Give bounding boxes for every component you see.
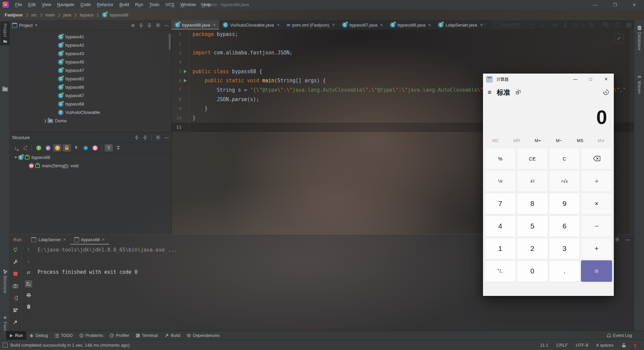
expand-all-icon[interactable]: [135, 135, 139, 140]
memory-button-ms[interactable]: MS: [570, 137, 591, 144]
key-zero[interactable]: 0: [517, 260, 548, 282]
tab-ldapserver-java[interactable]: CLdapServer.java✕: [435, 20, 486, 30]
exit-icon[interactable]: [12, 294, 19, 302]
history-icon[interactable]: [603, 89, 609, 95]
status-message-row[interactable]: Build completed successfully in 1 sec, 1…: [3, 343, 130, 348]
show-properties-icon[interactable]: p: [44, 144, 52, 151]
project-tree-item-bypass67[interactable]: Cbypass67: [9, 91, 171, 100]
key-divide[interactable]: ÷: [581, 170, 612, 192]
close-tab-icon[interactable]: ✕: [102, 237, 105, 242]
menu-item-edit[interactable]: Edit: [25, 0, 39, 9]
close-tab-icon[interactable]: ✕: [480, 23, 483, 27]
run-line-icon[interactable]: [184, 70, 187, 73]
project-tree-item-bypass66[interactable]: Cbypass66: [9, 83, 171, 91]
code-line-2[interactable]: 2: [171, 39, 634, 48]
tab-bypass68-java[interactable]: Cbypass68.java✕: [171, 20, 219, 30]
close-tab-icon[interactable]: ✕: [63, 237, 66, 242]
tab-pom-xml-fastjson[interactable]: mpom.xml (Fastjson)✕: [283, 20, 339, 30]
key-one[interactable]: 1: [485, 238, 516, 259]
key-five[interactable]: 5: [517, 215, 548, 237]
scroll-to-end-icon[interactable]: [25, 280, 32, 288]
caret-position-widget[interactable]: 11:1: [540, 343, 548, 348]
indent-widget[interactable]: 4 spaces: [596, 343, 613, 348]
key-four[interactable]: 4: [485, 215, 516, 237]
rerun-icon[interactable]: [12, 246, 19, 253]
tool-window-button-build[interactable]: Build: [161, 331, 183, 340]
project-scrollbar[interactable]: [169, 34, 171, 50]
up-stack-icon[interactable]: ↑: [25, 246, 32, 253]
tool-window-button-run[interactable]: Run: [6, 331, 26, 340]
memory-button-m[interactable]: M+: [527, 137, 548, 144]
structure-method-row[interactable]: m main(String[]): void: [9, 162, 171, 170]
key-two[interactable]: 2: [517, 238, 548, 259]
soft-wrap-icon[interactable]: ⇄: [25, 269, 32, 276]
key-multiply[interactable]: ×: [581, 193, 612, 214]
sidebar-item-project[interactable]: Project: [0, 21, 10, 45]
key-seven[interactable]: 7: [485, 193, 516, 214]
code-line-1[interactable]: 1package bypass;: [171, 30, 634, 39]
breadcrumb-item-src[interactable]: src: [31, 12, 38, 17]
settings-gear-icon[interactable]: [615, 237, 620, 242]
close-window-icon[interactable]: ✕: [625, 0, 644, 9]
key-percent[interactable]: %: [485, 148, 516, 169]
menu-item-run[interactable]: Run: [132, 0, 146, 9]
project-tree-item-bypass42[interactable]: Cbypass42: [9, 41, 171, 49]
project-view-dropdown-icon[interactable]: ▼: [35, 24, 38, 27]
event-log-button[interactable]: Event Log: [607, 333, 644, 338]
close-window-icon[interactable]: ✕: [598, 74, 614, 85]
chevron-right-icon[interactable]: ❯: [43, 119, 48, 123]
print-icon[interactable]: [25, 292, 32, 299]
key-reciprocal[interactable]: ⅟x: [485, 170, 516, 192]
collapse-all-icon[interactable]: [147, 23, 152, 28]
hide-panel-icon[interactable]: —: [164, 23, 169, 28]
sidebar-item-database[interactable]: Database: [634, 26, 644, 50]
menu-item-view[interactable]: View: [39, 0, 54, 9]
tool-window-button-todo[interactable]: TODO: [51, 331, 76, 340]
inspections-ok-icon[interactable]: ✓: [614, 34, 624, 43]
code-line-4[interactable]: 4: [171, 57, 634, 67]
show-anonymous-icon[interactable]: [82, 144, 90, 151]
sidebar-item-maven[interactable]: m Maven: [634, 74, 644, 94]
unlock-icon[interactable]: [622, 343, 626, 348]
project-tree-item-dome[interactable]: ❯Dome: [9, 117, 171, 125]
project-tree-item-bypass43[interactable]: Cbypass43: [9, 49, 171, 58]
tool-window-button-debug[interactable]: Debug: [26, 331, 51, 340]
tab-bypass66-java[interactable]: Cbypass66.java✕: [387, 20, 435, 30]
visibility-sort-icon[interactable]: Y: [72, 144, 80, 151]
tab-vulautocloseable-java[interactable]: CVulAutoCloseable.java✕: [219, 20, 283, 30]
menu-item-file[interactable]: File: [12, 0, 25, 9]
minimize-window-icon[interactable]: —: [568, 74, 583, 85]
project-tree-item-bypass47[interactable]: Cbypass47: [9, 66, 171, 75]
memory-button-m[interactable]: M−: [548, 137, 570, 144]
menu-item-navigate[interactable]: Navigate: [54, 0, 77, 9]
breadcrumb-item-fastjson[interactable]: Fastjson: [4, 12, 23, 17]
thread-dump-camera-icon[interactable]: [12, 282, 19, 290]
edit-configuration-wrench-icon[interactable]: [12, 258, 19, 265]
calculator-title-bar[interactable]: 计算器 — □ ✕: [483, 74, 614, 85]
show-fields-icon[interactable]: f: [53, 144, 61, 151]
clear-trash-icon[interactable]: [25, 303, 32, 310]
close-tab-icon[interactable]: ✕: [380, 23, 383, 27]
project-tree-item-vulautocloseable[interactable]: CVulAutoCloseable: [9, 108, 171, 117]
menu-item-code[interactable]: Code: [77, 0, 94, 9]
close-tab-icon[interactable]: ✕: [428, 23, 431, 27]
close-tab-icon[interactable]: ✕: [332, 23, 335, 27]
breadcrumb-item-java[interactable]: java: [63, 12, 72, 17]
tool-window-button-terminal[interactable]: Terminal: [132, 331, 161, 340]
project-tree-item-bypass41[interactable]: Cbypass41: [9, 33, 171, 41]
menu-item-refactor[interactable]: Refactor: [94, 0, 116, 9]
key-add[interactable]: +: [581, 238, 612, 259]
breadcrumb-item-bypass68[interactable]: bypass68: [109, 12, 129, 17]
key-square-root[interactable]: 2√x: [549, 170, 580, 192]
menu-item-window[interactable]: Window: [177, 0, 199, 9]
project-tree-item-bypass45[interactable]: Cbypass45: [9, 58, 171, 66]
tool-window-button-problems[interactable]: Problems: [76, 331, 107, 340]
breadcrumb-item-main[interactable]: main: [45, 12, 55, 17]
collapse-all-icon[interactable]: [143, 135, 147, 140]
show-non-public-icon[interactable]: [63, 144, 71, 151]
breadcrumb-item-bypass[interactable]: bypass: [79, 12, 94, 17]
key-clear[interactable]: C: [549, 148, 580, 169]
keep-on-top-icon[interactable]: [516, 89, 521, 95]
key-six[interactable]: 6: [549, 215, 580, 237]
stop-icon[interactable]: [12, 270, 19, 277]
